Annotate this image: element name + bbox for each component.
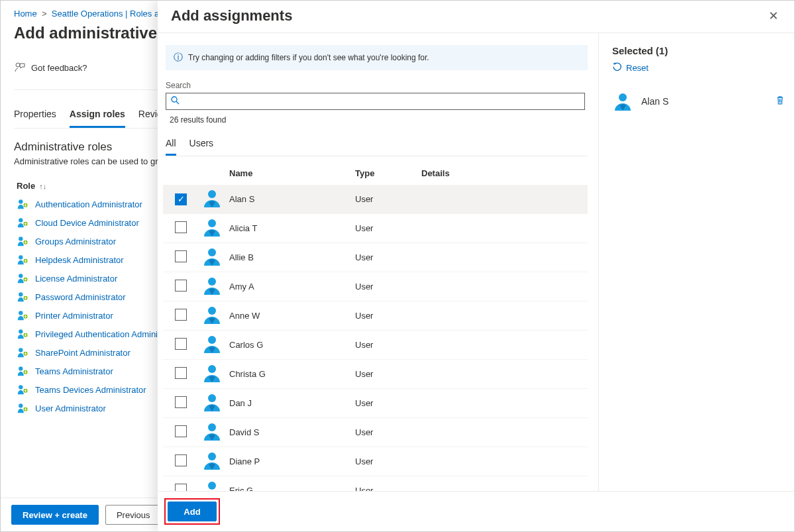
user-row[interactable]: Allie BUser <box>163 243 588 272</box>
role-icon <box>17 402 28 414</box>
breadcrumb-home[interactable]: Home <box>14 9 37 19</box>
results-count: 26 results found <box>170 115 588 125</box>
user-name: Amy A <box>229 282 355 292</box>
role-icon <box>17 384 28 396</box>
user-row[interactable]: ✓Alan SUser <box>163 185 588 214</box>
role-icon <box>17 346 28 358</box>
tab-assign-roles[interactable]: Assign roles <box>70 103 125 128</box>
avatar-icon <box>201 304 223 325</box>
role-link[interactable]: Teams Devices Administrator <box>35 385 146 395</box>
role-link[interactable]: Privileged Authentication Administ <box>35 329 164 339</box>
user-list[interactable]: Name Type Details ✓Alan SUserAlicia TUse… <box>163 162 588 491</box>
delete-icon[interactable] <box>775 95 785 107</box>
user-type: User <box>355 194 421 204</box>
tab-users[interactable]: Users <box>189 134 214 156</box>
role-link[interactable]: Helpdesk Administrator <box>35 255 124 265</box>
svg-point-3 <box>16 63 20 67</box>
user-name: Eric G <box>229 486 355 491</box>
user-row[interactable]: Dan JUser <box>163 389 588 418</box>
col-name[interactable]: Name <box>229 168 355 178</box>
tab-all[interactable]: All <box>166 134 176 156</box>
info-text: Try changing or adding filters if you do… <box>188 53 429 62</box>
checkbox[interactable]: ✓ <box>175 193 187 205</box>
list-header: Name Type Details <box>163 162 588 185</box>
role-link[interactable]: Cloud Device Administrator <box>35 218 139 228</box>
user-type: User <box>355 486 421 491</box>
selected-item: Alan S <box>612 91 785 112</box>
role-icon <box>17 272 28 284</box>
role-link[interactable]: Groups Administrator <box>35 237 116 246</box>
avatar-icon <box>201 275 223 296</box>
add-button-highlight: Add <box>164 498 220 525</box>
user-row[interactable]: Anne WUser <box>163 301 588 331</box>
role-icon <box>17 217 28 229</box>
svg-point-4 <box>172 97 177 102</box>
checkbox[interactable] <box>175 484 187 491</box>
feedback-label: Got feedback? <box>31 63 87 73</box>
role-link[interactable]: SharePoint Administrator <box>35 348 131 358</box>
checkbox[interactable] <box>175 367 187 379</box>
checkbox[interactable] <box>175 425 187 437</box>
search-input[interactable] <box>166 93 585 110</box>
avatar-icon <box>201 421 223 442</box>
user-row[interactable]: David SUser <box>163 418 588 447</box>
checkbox[interactable] <box>175 221 187 233</box>
search-label: Search <box>166 81 588 90</box>
col-details[interactable]: Details <box>421 168 588 178</box>
user-type: User <box>355 311 421 321</box>
add-button[interactable]: Add <box>168 502 217 521</box>
avatar-icon <box>201 187 223 209</box>
user-type: User <box>355 340 421 350</box>
user-type: User <box>355 369 421 379</box>
search-icon <box>171 96 180 107</box>
checkbox[interactable] <box>175 250 187 262</box>
user-row[interactable]: Diane PUser <box>163 447 588 476</box>
role-icon <box>17 365 28 377</box>
user-name: David S <box>229 427 355 437</box>
role-link[interactable]: Password Administrator <box>35 292 126 302</box>
user-row[interactable]: Amy AUser <box>163 272 588 301</box>
checkbox[interactable] <box>175 396 187 408</box>
tab-properties[interactable]: Properties <box>14 103 56 128</box>
avatar-icon <box>201 479 223 491</box>
user-name: Alan S <box>229 194 355 204</box>
user-row[interactable]: Eric GUser <box>163 476 588 491</box>
user-row[interactable]: Christa GUser <box>163 360 588 389</box>
role-link[interactable]: User Administrator <box>35 403 106 413</box>
person-feedback-icon <box>14 61 26 75</box>
breadcrumb-seattle-ops[interactable]: Seattle Operations | Roles and <box>52 9 169 19</box>
role-icon <box>17 328 28 340</box>
user-row[interactable]: Alicia TUser <box>163 214 588 243</box>
selected-heading: Selected (1) <box>612 45 785 56</box>
selected-item-name: Alan S <box>641 96 767 107</box>
user-type: User <box>355 282 421 292</box>
info-icon: ⓘ <box>174 52 183 64</box>
checkbox[interactable] <box>175 454 187 466</box>
add-assignments-panel: Add assignments ✕ ⓘ Try changing or addi… <box>158 1 794 531</box>
checkbox[interactable] <box>175 338 187 350</box>
user-name: Diane P <box>229 456 355 466</box>
reset-label: Reset <box>626 63 649 73</box>
role-column-header[interactable]: Role <box>17 181 35 191</box>
reset-link[interactable]: Reset <box>612 62 785 74</box>
avatar-icon <box>201 246 223 267</box>
role-icon <box>17 235 28 247</box>
sort-icon[interactable]: ↑↓ <box>39 182 46 190</box>
user-type: User <box>355 398 421 408</box>
user-row[interactable]: Carlos GUser <box>163 331 588 360</box>
role-link[interactable]: Teams Administrator <box>35 366 113 376</box>
user-name: Carlos G <box>229 340 355 350</box>
close-icon[interactable]: ✕ <box>766 7 781 25</box>
reset-icon <box>612 62 622 74</box>
review-create-button[interactable]: Review + create <box>11 505 99 525</box>
col-type[interactable]: Type <box>355 168 421 178</box>
role-link[interactable]: Printer Administrator <box>35 311 113 321</box>
role-link[interactable]: License Administrator <box>35 274 117 284</box>
previous-button[interactable]: Previous <box>105 505 162 525</box>
role-link[interactable]: Authentication Administrator <box>35 199 142 209</box>
checkbox[interactable] <box>175 280 187 292</box>
checkbox[interactable] <box>175 309 187 321</box>
role-icon <box>17 198 28 210</box>
svg-line-5 <box>176 101 179 104</box>
user-type: User <box>355 456 421 466</box>
